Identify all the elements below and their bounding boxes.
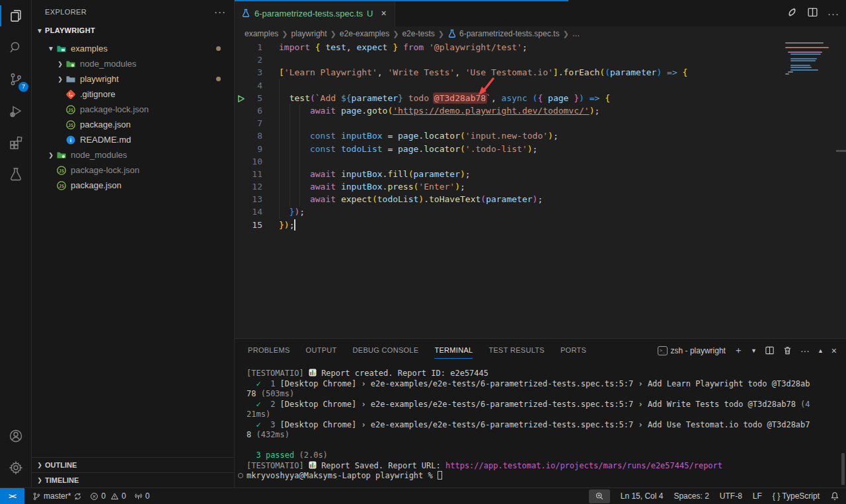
tree-item-examples[interactable]: ▼examples xyxy=(32,41,234,56)
code-line-11[interactable]: 11 await inputBox.fill(parameter); xyxy=(235,168,846,180)
terminal-scrollbar[interactable] xyxy=(841,453,845,485)
indentation[interactable]: Spaces: 2 xyxy=(673,491,709,501)
terminal-line-11[interactable]: mkryvoshyya@Maksyms-Laptop playwright % xyxy=(247,471,846,482)
terminal-line-6[interactable]: ✓ 3 [Desktop Chrome] › e2e-examples/e2e-… xyxy=(247,420,846,431)
remote-indicator[interactable]: >< xyxy=(0,488,24,504)
terminal-line-8[interactable] xyxy=(247,441,846,451)
svg-text:JS: JS xyxy=(68,107,73,112)
panel-plus-icon[interactable]: ＋ xyxy=(734,345,743,357)
terminal-line-1[interactable]: [TESTOMATIO] Report created. Report ID: … xyxy=(247,369,846,379)
problems-status[interactable]: 0 0 xyxy=(90,491,126,501)
panel-chevron-up-icon[interactable]: ▲ xyxy=(818,347,824,354)
cursor-position[interactable]: Ln 15, Col 4 xyxy=(621,491,664,501)
svg-text:JS: JS xyxy=(59,183,64,188)
tree-item-package-json[interactable]: JSpackage.json xyxy=(32,117,234,132)
breadcrumb-item[interactable]: playwright xyxy=(291,29,327,38)
panel-close-icon[interactable]: × xyxy=(831,345,837,356)
activity-accounts-icon[interactable] xyxy=(0,420,32,452)
tab-spec-file[interactable]: 6-parametrized-tests.spec.ts U × xyxy=(235,0,395,26)
code-line-15[interactable]: 15}); xyxy=(235,219,846,231)
panel-tab-test-results[interactable]: TEST RESULTS xyxy=(488,339,545,362)
code-line-5[interactable]: 5 test(`Add ${parameter} todo @T3d28ab78… xyxy=(235,92,846,104)
encoding[interactable]: UTF-8 xyxy=(720,491,742,501)
minimap[interactable] xyxy=(785,42,831,76)
activity-testing-icon[interactable] xyxy=(0,159,32,190)
scrollbar-thumb[interactable] xyxy=(836,150,846,152)
workspace-section-header[interactable]: ▼ PLAYWRIGHT xyxy=(32,23,234,38)
tree-item-readme-md[interactable]: iREADME.md xyxy=(32,132,234,147)
breadcrumb-item[interactable]: examples xyxy=(245,29,278,38)
activity-run-debug-icon[interactable] xyxy=(0,95,32,127)
sidebar-section-timeline[interactable]: ❯TIMELINE xyxy=(32,472,234,487)
tree-item-package-json[interactable]: JSpackage.json xyxy=(32,178,234,193)
breadcrumb-tail[interactable]: … xyxy=(572,29,580,38)
code-line-2[interactable]: 2 xyxy=(235,54,846,66)
git-branch-status[interactable]: master* xyxy=(32,491,82,501)
language-mode[interactable]: { } TypeScript xyxy=(773,491,820,501)
panel-tab-output[interactable]: OUTPUT xyxy=(306,339,337,362)
code-line-3[interactable]: 3['Learn Playwright', 'Write Tests', 'Us… xyxy=(235,66,846,79)
activity-source-control-icon[interactable]: 7 xyxy=(0,63,32,95)
tree-item-node-modules[interactable]: ❯node_modules xyxy=(32,56,234,71)
code-line-6[interactable]: 6 await page.goto('https://demo.playwrig… xyxy=(235,104,846,117)
sidebar-section-outline[interactable]: ❯OUTLINE xyxy=(32,457,234,472)
activity-settings-icon[interactable] xyxy=(0,452,32,484)
panel-more-icon[interactable]: ··· xyxy=(800,345,810,356)
code-line-7[interactable]: 7 xyxy=(235,117,846,129)
terminal-text: [TESTOMATIO] xyxy=(247,369,309,378)
code-line-10[interactable]: 10 xyxy=(235,155,846,168)
activity-explorer-icon[interactable] xyxy=(0,0,32,32)
split-editor-icon[interactable] xyxy=(807,7,818,20)
code-line-14[interactable]: 14 }); xyxy=(235,205,846,218)
terminal-line-2[interactable]: ✓ 1 [Desktop Chrome] › e2e-examples/e2e-… xyxy=(247,379,846,390)
code-line-1[interactable]: 1import { test, expect } from '@playwrig… xyxy=(235,41,846,54)
panel-tab-ports[interactable]: PORTS xyxy=(560,339,586,362)
terminal-output[interactable]: [TESTOMATIO] Report created. Report ID: … xyxy=(235,362,846,487)
annotation-arrow xyxy=(476,74,500,98)
code-line-9[interactable]: 9 const todoList = page.locator('.todo-l… xyxy=(235,143,846,155)
terminal-session[interactable]: >_ zsh - playwright xyxy=(658,346,726,355)
panel-trash-icon[interactable] xyxy=(783,345,792,355)
ports-status[interactable]: 0 xyxy=(134,491,150,501)
tree-item-playwright[interactable]: ❯playwright xyxy=(32,71,234,87)
panel-tab-problems[interactable]: PROBLEMS xyxy=(248,339,290,362)
flask-icon xyxy=(241,9,250,18)
activity-extensions-icon[interactable] xyxy=(0,127,32,159)
eol-sequence[interactable]: LF xyxy=(753,491,762,501)
panel-tab-terminal[interactable]: TERMINAL xyxy=(434,339,473,362)
notifications-bell-icon[interactable] xyxy=(830,491,839,501)
terminal-line-5[interactable]: 21ms) xyxy=(247,410,846,420)
tree-item-node-modules[interactable]: ❯node_modules xyxy=(32,147,234,162)
code-line-8[interactable]: 8 const inputBox = page.locator('input.n… xyxy=(235,129,846,142)
terminal-report-link[interactable]: https://app.testomat.io/projects/mars/ru… xyxy=(445,461,722,470)
terminal-line-4[interactable]: ✓ 2 [Desktop Chrome] › e2e-examples/e2e-… xyxy=(247,400,846,410)
activity-search-icon[interactable] xyxy=(0,32,32,63)
sidebar-more-icon[interactable]: ··· xyxy=(214,6,226,17)
zoom-indicator[interactable] xyxy=(589,489,610,503)
code-line-4[interactable]: 4 xyxy=(235,79,846,92)
panel-split-icon[interactable] xyxy=(765,345,775,355)
compare-changes-icon[interactable] xyxy=(787,7,798,20)
tree-item--gitignore[interactable]: .gitignore xyxy=(32,87,234,102)
breadcrumb-item[interactable]: e2e-tests xyxy=(402,29,434,38)
terminal-line-7[interactable]: 8 (432ms) xyxy=(247,430,846,441)
panel-chevron-down-icon[interactable]: ▼ xyxy=(751,347,757,354)
explorer-sidebar: EXPLORER ··· ▼ PLAYWRIGHT ▼examples❯node… xyxy=(32,0,235,487)
line-number: 10 xyxy=(235,155,262,168)
modified-dot-badge xyxy=(216,46,221,51)
terminal-line-9[interactable]: 3 passed (2.0s) xyxy=(247,450,846,461)
terminal-line-10[interactable]: [TESTOMATIO] Report Saved. Report URL: h… xyxy=(247,461,846,472)
code-line-13[interactable]: 13 await expect(todoList).toHaveText(par… xyxy=(235,193,846,205)
breadcrumb-item[interactable]: e2e-examples xyxy=(340,29,389,38)
editor-more-icon[interactable]: ··· xyxy=(827,8,839,19)
code-editor[interactable]: 1import { test, expect } from '@playwrig… xyxy=(235,41,846,338)
run-test-icon[interactable] xyxy=(237,94,245,102)
text-cursor xyxy=(294,219,295,231)
tab-close-icon[interactable]: × xyxy=(381,8,386,18)
code-line-12[interactable]: 12 await inputBox.press('Enter'); xyxy=(235,180,846,193)
terminal-line-3[interactable]: 78 (503ms) xyxy=(247,389,846,400)
breadcrumb-file[interactable]: 6-parametrized-tests.spec.ts xyxy=(447,29,559,38)
tree-item-package-lock-json[interactable]: JSpackage-lock.json xyxy=(32,162,234,178)
tree-item-package-lock-json[interactable]: JSpackage-lock.json xyxy=(32,102,234,117)
panel-tab-debug-console[interactable]: DEBUG CONSOLE xyxy=(353,339,419,362)
